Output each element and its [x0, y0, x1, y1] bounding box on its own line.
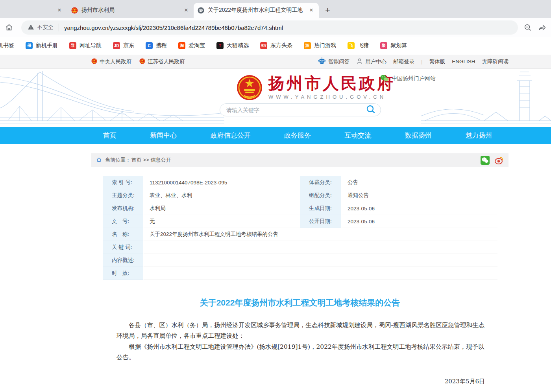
utility-bar: 中央人民政府江苏省人民政府 智能问答用户中心邮箱登录|繁体版ENGLISH无障碍…: [0, 55, 551, 69]
bookmark-favicon: JD: [113, 42, 120, 49]
table-value: [144, 254, 497, 267]
utility-link-label: ENGLISH: [452, 59, 475, 64]
bookmark-favicon: 淘: [178, 42, 185, 49]
security-label: 不安全: [37, 24, 54, 31]
table-value: 农业、林业、水利: [144, 189, 300, 202]
national-emblem-icon: [91, 58, 97, 65]
utility-link-label: 智能问答: [328, 58, 349, 65]
address-bar: 不安全 yangzhou.gov.cn/yzszxxgk/slj/202305/…: [0, 18, 551, 37]
new-tab-button[interactable]: +: [325, 6, 330, 15]
search-icon[interactable]: [366, 104, 376, 116]
bookmark-item[interactable]: T天猫精选: [216, 42, 249, 49]
bookmark-label: 网址导航: [80, 42, 102, 49]
table-row: 文 号:无公开日期:2023-05-06: [103, 215, 497, 228]
bookmark-item[interactable]: 淘爱淘宝: [178, 42, 205, 49]
article-body: 各县（市、区）水利（务）局，扬州经济开发区城乡事务管理局，生态科技新城规划建设局…: [91, 320, 508, 363]
table-label: 组配分类:: [300, 189, 342, 202]
zoom-out-icon[interactable]: [523, 22, 533, 33]
bookmark-label: 聚划算: [390, 42, 407, 49]
table-label: 文 号:: [103, 215, 144, 228]
close-icon[interactable]: ×: [56, 6, 63, 14]
table-label: 关 键 词:: [103, 241, 144, 254]
bookmark-item[interactable]: 飞飞猪: [348, 42, 369, 49]
table-label: 发布机构:: [103, 202, 144, 215]
bookmark-item[interactable]: JD京东: [113, 42, 134, 49]
bookmark-label: 飞猪: [358, 42, 369, 49]
weibo-share-icon[interactable]: [494, 156, 504, 165]
table-label: 主题分类:: [103, 189, 144, 202]
table-label: 公开日期:: [300, 215, 342, 228]
article-paragraph: 各县（市、区）水利（务）局，扬州经济开发区城乡事务管理局，生态科技新城规划建设局…: [116, 320, 486, 342]
close-icon[interactable]: ×: [183, 6, 190, 14]
divider: [59, 24, 59, 31]
bookmark-item[interactable]: 导网址导航: [69, 42, 102, 49]
nav-item[interactable]: 互动交流: [344, 131, 371, 140]
bookmark-label: 天猫精选: [227, 42, 249, 49]
breadcrumb-path[interactable]: 首页 >> 信息公开: [131, 156, 171, 164]
wechat-share-icon[interactable]: [481, 156, 490, 165]
table-row: 发布机构:水利局生成日期:2023-05-06: [103, 202, 497, 215]
warning-icon: [28, 24, 34, 32]
breadcrumb: 当前位置： 首页 >> 信息公开: [91, 153, 508, 167]
bridge-art-left: [0, 69, 224, 127]
home-icon[interactable]: [96, 157, 102, 164]
nav-item[interactable]: 首页: [103, 131, 116, 140]
url-field[interactable]: 不安全 yangzhou.gov.cn/yzszxxgk/slj/202305/…: [21, 20, 518, 35]
bookmark-label: 东方头条: [270, 42, 292, 49]
article-title: 关于2022年度扬州市水利工程文明工地考核结果的公告: [91, 297, 508, 308]
site-banner: 扬州市人民政府 WWW.YANGZHOU.GOV.CN 中国扬州门户网站: [0, 69, 551, 127]
tab-active-announcement[interactable]: 关于2022年度扬州市水利工程文明工地 ×: [194, 3, 319, 18]
table-value: 2023-05-06: [342, 202, 497, 215]
bookmark-item[interactable]: 机书签: [0, 42, 14, 49]
gov-link[interactable]: 江苏省人民政府: [139, 58, 185, 65]
table-row: 主题分类:农业、林业、水利组配分类:通知公告: [103, 189, 497, 202]
search-input[interactable]: [226, 107, 366, 113]
nav-item[interactable]: 数据扬州: [405, 131, 432, 140]
bookmark-label: 新机手册: [36, 42, 58, 49]
table-value: 无: [144, 215, 300, 228]
bookmark-item[interactable]: 东方东方头条: [260, 42, 292, 49]
nav-item[interactable]: 魅力扬州: [465, 131, 492, 140]
utility-link-label: 无障碍阅读: [482, 58, 509, 65]
table-value: 11321000014407098E-2023-095: [144, 176, 300, 189]
utility-link[interactable]: 用户中心: [356, 58, 386, 66]
utility-link-label: 繁体版: [429, 58, 446, 65]
utility-link[interactable]: 无障碍阅读: [482, 58, 509, 65]
portal-link[interactable]: 中国扬州门户网站: [380, 74, 436, 83]
table-row: 名 称:关于2022年度扬州市水利工程文明工地考核结果的公告: [103, 228, 497, 241]
utility-link-label: 邮箱登录: [393, 58, 414, 65]
national-emblem-logo: [236, 74, 263, 105]
bookmark-favicon: 导: [69, 42, 76, 49]
utility-link[interactable]: 邮箱登录: [393, 58, 414, 65]
utility-link[interactable]: ENGLISH: [452, 59, 475, 64]
utility-link[interactable]: 繁体版: [429, 58, 446, 65]
table-label: 名 称:: [103, 228, 144, 241]
bookmark-favicon: 游: [304, 42, 311, 49]
tab-shuiliju[interactable]: 扬州市水利局 ×: [67, 3, 194, 18]
bookmark-item[interactable]: 聚聚划算: [380, 42, 407, 49]
nav-item[interactable]: 政务服务: [284, 131, 311, 140]
table-value: [144, 267, 497, 280]
nav-item[interactable]: 新闻中心: [150, 131, 177, 140]
bookmark-item[interactable]: 游热门游戏: [304, 42, 336, 49]
close-icon[interactable]: ×: [308, 6, 315, 14]
table-label: 索 引 号:: [103, 176, 144, 189]
swirl-icon: [198, 7, 204, 14]
bookmark-label: 携程: [156, 42, 167, 49]
share-icon[interactable]: [537, 22, 547, 33]
gov-link[interactable]: 中央人民政府: [91, 58, 131, 65]
bookmarks-bar: 机书签册新机手册导网址导航JD京东C携程淘爱淘宝T天猫精选东方东方头条游热门游戏…: [0, 37, 551, 54]
bookmark-label: 热门游戏: [314, 42, 336, 49]
browser-tab-bar: × 扬州市水利局 × 关于2022年度扬州市水利工程文明工地 × +: [0, 0, 551, 18]
home-icon[interactable]: [4, 22, 14, 33]
site-url: WWW.YANGZHOU.GOV.CN: [268, 94, 395, 100]
bookmark-item[interactable]: C携程: [146, 42, 167, 49]
table-value: 关于2022年度扬州市水利工程文明工地考核结果的公告: [144, 228, 497, 241]
table-value: 公告: [342, 176, 497, 189]
tab-partial[interactable]: ×: [0, 3, 67, 18]
bookmark-favicon: 飞: [348, 42, 355, 49]
nav-item[interactable]: 政府信息公开: [211, 131, 251, 140]
article-date: 2023年5月6日: [91, 378, 508, 385]
utility-link[interactable]: 智能问答: [318, 57, 349, 66]
bookmark-item[interactable]: 册新机手册: [26, 42, 58, 49]
